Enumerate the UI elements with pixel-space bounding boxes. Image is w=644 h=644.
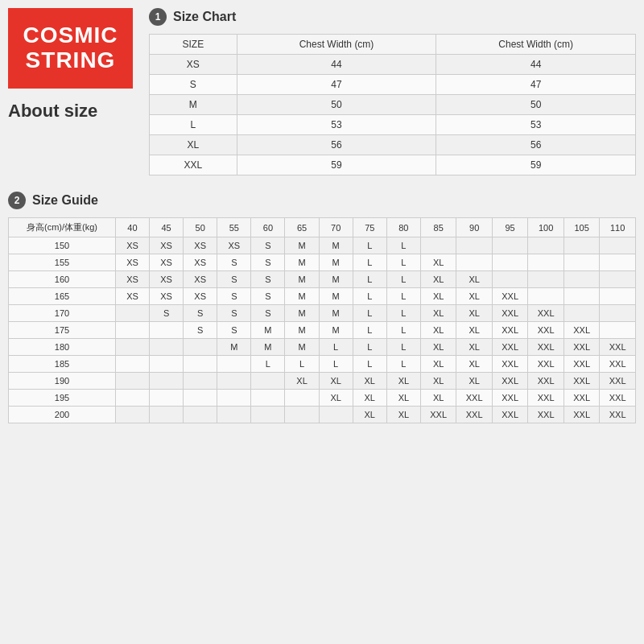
size-cell: M <box>251 339 285 356</box>
size-cell: XXL <box>600 373 636 390</box>
size-cell <box>319 407 353 423</box>
size-cell: XS <box>150 254 184 271</box>
size-cell: XXL <box>528 390 564 407</box>
size-guide-number: 2 <box>8 192 26 209</box>
weight-header: 60 <box>251 218 285 237</box>
size-cell: XXL <box>492 339 527 356</box>
size-cell: M <box>319 305 353 322</box>
size-cell: L <box>353 356 386 373</box>
size-cell: S <box>251 237 285 254</box>
weight-header: 80 <box>386 218 420 237</box>
table-row: 190XLXLXLXLXLXLXXLXXLXXLXXL <box>9 373 636 390</box>
brand-logo: COSMIC STRING <box>8 8 133 89</box>
height-cell: 190 <box>9 373 116 390</box>
size-cell: M <box>319 254 353 271</box>
size-cell: XS <box>115 237 149 254</box>
size-cell: XXL <box>456 407 492 423</box>
table-row: S4747 <box>150 75 636 95</box>
table-cell: 59 <box>237 155 436 175</box>
size-cell <box>528 254 564 271</box>
height-cell: 165 <box>9 288 116 305</box>
size-cell <box>528 237 564 254</box>
size-cell: M <box>285 322 319 339</box>
size-cell <box>528 288 564 305</box>
size-guide-section: 2 Size Guide 身高(cm)/体重(kg) 4045505560657… <box>8 192 636 423</box>
size-cell: L <box>319 356 353 373</box>
height-cell: 180 <box>9 339 116 356</box>
size-cell: L <box>285 356 319 373</box>
size-cell: M <box>319 237 353 254</box>
header-label: 身高(cm)/体重(kg) <box>9 218 116 237</box>
size-cell: XL <box>386 390 420 407</box>
size-cell <box>150 390 184 407</box>
size-chart-title: 1 Size Chart <box>149 8 636 26</box>
size-cell <box>184 356 217 373</box>
height-cell: 160 <box>9 271 116 288</box>
size-cell: XXL <box>492 407 527 423</box>
size-cell: L <box>386 305 420 322</box>
size-guide-header-row: 身高(cm)/体重(kg) 40455055606570758085909510… <box>9 218 636 237</box>
size-cell <box>184 339 217 356</box>
weight-header: 50 <box>184 218 217 237</box>
size-cell <box>217 407 251 423</box>
size-cell: M <box>319 288 353 305</box>
size-cell <box>115 356 149 373</box>
size-cell: XXL <box>420 407 456 423</box>
size-chart-number: 1 <box>149 8 167 26</box>
table-row: 175SSMMMLLXLXLXXLXXLXXL <box>9 322 636 339</box>
size-cell: XXL <box>492 305 527 322</box>
size-cell <box>184 407 217 423</box>
size-cell: S <box>184 322 217 339</box>
table-row: 155XSXSXSSSMMLLXL <box>9 254 636 271</box>
size-cell <box>600 322 636 339</box>
table-row: 180MMMLLLXLXLXXLXXLXXLXXL <box>9 339 636 356</box>
table-cell: XL <box>150 135 237 155</box>
logo-line1: COSMIC <box>23 23 118 47</box>
weight-header: 75 <box>353 218 386 237</box>
table-cell: 50 <box>237 95 436 115</box>
size-cell: L <box>353 254 386 271</box>
table-row: XS4444 <box>150 55 636 75</box>
size-chart-title-text: Size Chart <box>173 10 236 24</box>
size-chart-section: 1 Size Chart SIZE Chest Width (cm) Chest… <box>149 8 636 175</box>
size-cell: XS <box>217 237 251 254</box>
size-cell: XXL <box>492 288 527 305</box>
size-cell: XL <box>456 271 492 288</box>
size-guide-title: 2 Size Guide <box>8 192 636 209</box>
size-cell <box>115 407 149 423</box>
logo-line2: STRING <box>26 47 116 72</box>
col-chest1: Chest Width (cm) <box>237 35 436 55</box>
weight-header: 65 <box>285 218 319 237</box>
size-cell: M <box>285 254 319 271</box>
size-cell: XL <box>420 288 456 305</box>
height-cell: 195 <box>9 390 116 407</box>
size-cell: S <box>184 305 217 322</box>
size-cell: XS <box>150 271 184 288</box>
table-cell: 56 <box>237 135 436 155</box>
size-cell: XS <box>184 271 217 288</box>
table-cell: 47 <box>237 75 436 95</box>
size-cell: XXL <box>528 407 564 423</box>
size-cell: XL <box>456 356 492 373</box>
size-cell: XXL <box>528 305 564 322</box>
size-cell: L <box>251 356 285 373</box>
size-cell: S <box>217 254 251 271</box>
size-cell: XXL <box>564 373 599 390</box>
size-cell <box>251 407 285 423</box>
size-cell <box>600 288 636 305</box>
size-cell: M <box>319 322 353 339</box>
size-cell: XXL <box>528 322 564 339</box>
table-row: 200XLXLXXLXXLXXLXXLXXLXXL <box>9 407 636 423</box>
size-cell: XXL <box>564 407 599 423</box>
size-cell: S <box>251 254 285 271</box>
size-cell <box>564 254 599 271</box>
size-cell: XS <box>184 254 217 271</box>
size-cell: XL <box>353 390 386 407</box>
size-cell: L <box>353 339 386 356</box>
size-cell: XXL <box>528 356 564 373</box>
size-cell <box>115 322 149 339</box>
table-cell: 53 <box>237 115 436 135</box>
weight-header: 90 <box>456 218 492 237</box>
size-cell: L <box>386 322 420 339</box>
size-cell: XL <box>285 373 319 390</box>
